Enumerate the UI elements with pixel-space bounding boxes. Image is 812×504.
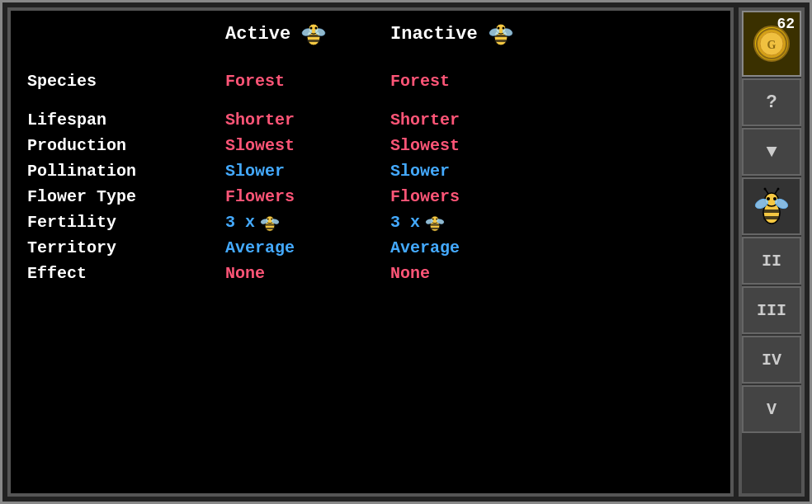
help-button[interactable]: ? [742,78,801,126]
svg-rect-34 [430,227,440,228]
table-row: Territory Average Average [27,235,714,261]
arrow-down-button[interactable]: ▼ [742,128,801,176]
row-label-pollination: Pollination [27,162,225,181]
inactive-fertility: 3 x [390,213,555,232]
help-icon: ? [766,92,777,113]
inactive-territory: Average [390,238,555,257]
row-label-territory: Territory [27,238,225,257]
bee-icon [750,185,793,228]
svg-point-52 [764,188,767,191]
mode-v-button[interactable]: V [742,385,801,433]
svg-point-30 [267,218,269,219]
inactive-label: Inactive [390,24,478,45]
active-pollination: Slower [225,162,390,181]
row-label-production: Production [27,136,225,155]
svg-rect-26 [265,227,275,228]
svg-rect-14 [494,40,508,42]
svg-point-50 [773,197,777,200]
table-row: Pollination Slower Slower [27,158,714,184]
coin-button[interactable]: G 62 [742,11,801,77]
mode-ii-button[interactable]: II [742,237,801,285]
svg-point-23 [504,21,506,22]
active-lifespan: Shorter [225,111,390,130]
table-row: Flower Type Flowers Flowers [27,184,714,210]
svg-rect-2 [307,40,320,42]
svg-rect-44 [763,210,780,213]
inactive-pollination: Slower [390,162,555,181]
active-effect: None [225,264,390,283]
svg-point-19 [502,27,504,30]
svg-text:G: G [767,39,777,51]
inactive-production: Slowest [390,136,555,155]
svg-point-39 [436,218,437,219]
row-label-fertility: Fertility [27,213,225,232]
content-panel: Active [7,7,734,497]
svg-rect-25 [265,224,275,225]
svg-point-11 [318,21,319,22]
svg-point-6 [310,27,313,30]
active-label: Active [225,24,290,45]
sidebar: G 62 ? ▼ [739,7,805,497]
row-label-lifespan: Lifespan [27,111,225,130]
active-flower-type: Flowers [225,187,390,206]
svg-point-38 [432,218,434,219]
row-label-species: Species [27,72,225,91]
table-row: Production Slowest Slowest [27,133,714,158]
arrow-down-icon: ▼ [766,142,777,163]
svg-point-31 [271,218,272,219]
active-species: Forest [225,72,390,91]
table-row: Lifespan Shorter Shorter [27,107,714,133]
inactive-column-header: Inactive [390,19,555,49]
svg-point-21 [494,21,496,22]
active-column-header: Active [225,19,390,49]
table-row: Effect None None [27,261,714,286]
table-row: Fertility 3 x 3 x [27,210,714,235]
coin-count: 62 [777,16,795,32]
main-window: Active [0,0,812,504]
mode-iv-icon: IV [762,351,781,370]
svg-point-7 [315,27,318,30]
mode-v-icon: V [767,400,777,419]
svg-point-9 [308,21,309,22]
header-row: Active [27,19,714,55]
mode-iii-button[interactable]: III [742,286,801,334]
svg-point-18 [497,27,499,30]
row-label-flower-type: Flower Type [27,187,225,206]
inactive-flower-type: Flowers [390,187,555,206]
species-spacer [27,94,714,107]
svg-rect-33 [430,224,440,225]
inactive-lifespan: Shorter [390,111,555,130]
svg-point-54 [777,188,780,191]
row-label-effect: Effect [27,264,225,283]
data-table: Species Forest Forest Lifespan Shorter S… [27,68,714,286]
inactive-species: Forest [390,72,555,91]
inactive-effect: None [390,264,555,283]
active-bee-icon [299,19,328,49]
mode-iii-icon: III [757,301,786,320]
active-production: Slowest [225,136,390,155]
bee-button[interactable] [742,177,801,235]
mode-iv-button[interactable]: IV [742,336,801,384]
active-fertility: 3 x [225,213,390,232]
svg-rect-45 [763,216,780,219]
active-territory: Average [225,238,390,257]
inactive-bee-icon [486,19,516,49]
table-row: Species Forest Forest [27,68,714,94]
svg-point-49 [767,197,770,200]
mode-ii-icon: II [762,252,781,271]
